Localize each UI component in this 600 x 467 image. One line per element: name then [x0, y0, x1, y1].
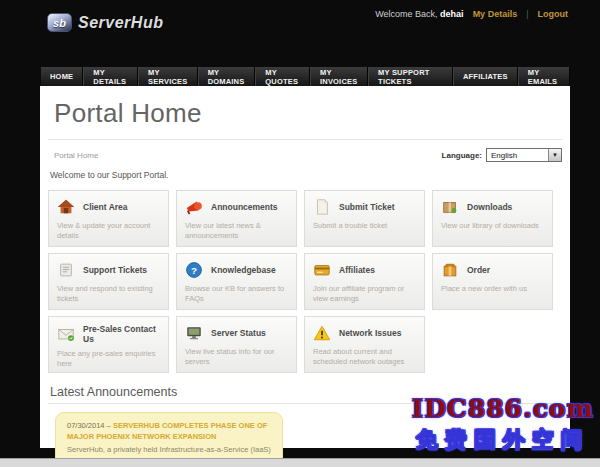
nav-tab-my-services[interactable]: MY SERVICES: [138, 67, 198, 86]
language-value: English: [487, 151, 548, 160]
welcome-message: Welcome Back, dehai: [375, 9, 463, 19]
header-separator: |: [526, 9, 528, 19]
nav-tab-label: AFFILIATES: [463, 72, 508, 81]
card-client-area[interactable]: Client Area View & update your account d…: [48, 190, 169, 247]
announcement-date: 07/30/2014 –: [67, 421, 113, 430]
card-pre-sales-contact-us[interactable]: Pre-Sales Contact Us Place any pre-sales…: [48, 316, 169, 373]
card-server-status[interactable]: Server Status View live status info for …: [176, 316, 297, 373]
my-details-link[interactable]: My Details: [473, 9, 518, 19]
warning-icon: [313, 324, 331, 342]
card-description: View our latest news & announcements: [185, 221, 288, 241]
credit-card-icon: [313, 261, 331, 279]
serverhub-logo-icon: sb: [47, 13, 72, 32]
card-description: View and respond to existing tickets: [57, 284, 160, 304]
card-description: Place a new order with us: [441, 284, 544, 294]
language-label: Language:: [442, 151, 482, 160]
nav-tab-label: MY DETAILS: [93, 68, 128, 86]
card-support-tickets[interactable]: Support Tickets View and respond to exis…: [48, 253, 169, 310]
ticket-icon: [57, 261, 75, 279]
language-select[interactable]: English ▼: [486, 148, 562, 162]
header-account-links: Welcome Back, dehai My Details | Logout: [375, 9, 568, 19]
nav-tab-label: HOME: [50, 72, 73, 81]
welcome-text: Welcome to our Support Portal.: [40, 166, 570, 186]
latest-announcements-heading: Latest Announcements: [40, 373, 570, 403]
announcements-divider: [48, 403, 562, 404]
card-title: Order: [467, 265, 490, 275]
card-title: Knowledgebase: [211, 265, 276, 275]
package-icon: [441, 198, 459, 216]
card-downloads[interactable]: Downloads View our library of downloads: [432, 190, 553, 247]
nav-tab-label: MY DOMAINS: [208, 68, 246, 86]
svg-text:?: ?: [191, 265, 197, 276]
card-description: Read about current and scheduled network…: [313, 347, 416, 367]
envelope-icon: [57, 325, 75, 343]
nav-tab-label: MY SERVICES: [148, 68, 188, 86]
card-title: Pre-Sales Contact Us: [83, 324, 160, 344]
megaphone-icon: [185, 198, 203, 216]
content-panel: Portal Home Portal Home Language: Englis…: [40, 86, 570, 448]
nav-tab-label: MY EMAILS: [528, 68, 560, 86]
nav-tab-my-emails[interactable]: MY EMAILS: [518, 67, 570, 86]
username: dehai: [440, 9, 464, 19]
main-nav: HOME MY DETAILS MY SERVICES MY DOMAINS M…: [41, 67, 570, 86]
serverhub-logo: sb ServerHub: [47, 13, 163, 32]
card-announcements[interactable]: Announcements View our latest news & ann…: [176, 190, 297, 247]
card-description: Place any pre-sales enquiries here: [57, 349, 160, 369]
card-description: View & update your account details: [57, 221, 160, 241]
card-title: Network Issues: [339, 328, 401, 338]
card-order[interactable]: Order Place a new order with us: [432, 253, 553, 310]
nav-tab-affiliates[interactable]: AFFILIATES: [453, 67, 518, 86]
card-title: Submit Ticket: [339, 202, 395, 212]
nav-tab-my-invoices[interactable]: MY INVOICES: [310, 67, 368, 86]
card-description: Join our affiliate program or view earni…: [313, 284, 416, 304]
portal-cards-grid: Client Area View & update your account d…: [48, 190, 562, 373]
card-description: View live status info for our servers: [185, 347, 288, 367]
top-header: sb ServerHub Welcome Back, dehai My Deta…: [0, 0, 600, 67]
page-title: Portal Home: [40, 86, 570, 139]
card-affiliates[interactable]: Affiliates Join our affiliate program or…: [304, 253, 425, 310]
logo-text: ServerHub: [78, 14, 163, 32]
monitor-icon: [185, 324, 203, 342]
card-title: Support Tickets: [83, 265, 147, 275]
nav-tab-label: MY INVOICES: [320, 68, 358, 86]
page-icon: [313, 198, 331, 216]
card-description: View our library of downloads: [441, 221, 544, 231]
nav-tab-home[interactable]: HOME: [41, 67, 83, 86]
nav-tab-my-domains[interactable]: MY DOMAINS: [198, 67, 256, 86]
card-title: Downloads: [467, 202, 512, 212]
home-icon: [57, 198, 75, 216]
card-submit-ticket[interactable]: Submit Ticket Submit a trouble ticket: [304, 190, 425, 247]
nav-tab-my-details[interactable]: MY DETAILS: [83, 67, 138, 86]
card-description: Submit a trouble ticket: [313, 221, 416, 231]
bottom-strip: [0, 458, 600, 467]
nav-tab-label: MY SUPPORT TICKETS: [378, 68, 443, 86]
nav-tab-label: MY QUOTES: [265, 68, 300, 86]
card-network-issues[interactable]: Network Issues Read about current and sc…: [304, 316, 425, 373]
nav-tab-my-quotes[interactable]: MY QUOTES: [255, 67, 310, 86]
order-box-icon: [441, 261, 459, 279]
card-knowledgebase[interactable]: ? Knowledgebase Browse our KB for answer…: [176, 253, 297, 310]
question-icon: ?: [185, 261, 203, 279]
card-title: Announcements: [211, 202, 278, 212]
card-description: Browse our KB for answers to FAQs: [185, 284, 288, 304]
card-title: Server Status: [211, 328, 266, 338]
card-title: Client Area: [83, 202, 128, 212]
logout-link[interactable]: Logout: [538, 9, 569, 19]
dropdown-arrow-icon[interactable]: ▼: [548, 149, 561, 161]
welcome-prefix: Welcome Back,: [375, 9, 437, 19]
breadcrumb: Portal Home: [54, 151, 98, 160]
card-title: Affiliates: [339, 265, 375, 275]
nav-tab-my-support-tickets[interactable]: MY SUPPORT TICKETS: [368, 67, 453, 86]
